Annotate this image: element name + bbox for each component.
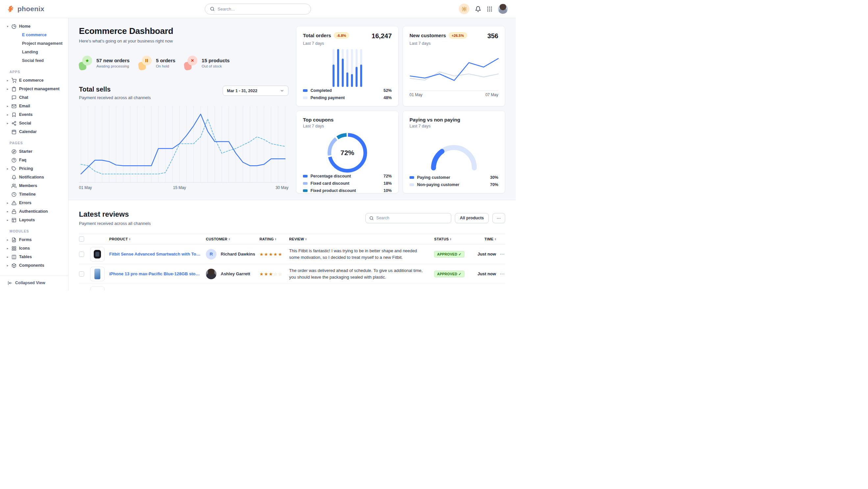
sidebar-item-events[interactable]: ▸Events (0, 110, 68, 119)
columns-icon (11, 254, 17, 259)
sort-icon: ▴▾ (495, 238, 496, 241)
sidebar-item-tables[interactable]: ▸Tables (0, 253, 68, 261)
row-checkbox[interactable] (79, 252, 84, 257)
sidebar-item-project-management[interactable]: ▸Project management (0, 85, 68, 93)
sidebar-subitem-e-commerce[interactable]: E commerce (0, 31, 68, 39)
column-header-rating[interactable]: RATING▴▾ (259, 237, 289, 241)
review-time: Just now (474, 252, 499, 257)
user-avatar[interactable] (498, 4, 508, 14)
card-title: Total orders (303, 33, 331, 38)
stat-value: 5 orders (156, 58, 175, 63)
sidebar-item-layouts[interactable]: ▸Layouts (0, 216, 68, 224)
sort-icon: ▴▾ (450, 238, 451, 241)
global-search-input[interactable] (218, 7, 306, 11)
sidebar-item-icons[interactable]: ▸Icons (0, 244, 68, 253)
order-bar-fill (342, 59, 344, 87)
column-header-product[interactable]: PRODUCT▴▾ (109, 237, 206, 241)
sidebar-item-timeline[interactable]: Timeline (0, 190, 68, 199)
date-range-select[interactable]: Mar 1 - 31, 2022 (223, 86, 288, 96)
stat-text: 57 new ordersAwating processing (96, 58, 130, 68)
customer-avatar[interactable]: A (206, 269, 216, 279)
product-link[interactable]: iPhone 13 pro max-Pacific Blue-128GB sto… (109, 271, 206, 276)
sidebar-item-label: Members (19, 183, 37, 188)
apps-grid-icon[interactable] (487, 6, 492, 12)
legend-value: 52% (383, 88, 392, 93)
legend-value: 18% (383, 181, 392, 186)
new-customers-card: New customers +26.5% 356 Last 7 days 01 … (403, 26, 505, 106)
sidebar-item-calendar[interactable]: Calendar (0, 127, 68, 136)
theme-toggle-sun-icon[interactable] (459, 4, 469, 14)
reviews-search[interactable] (365, 213, 451, 223)
sidebar-item-faq[interactable]: Faq (0, 156, 68, 164)
sidebar-subitem-landing[interactable]: Landing (0, 48, 68, 56)
notifications-bell-icon[interactable] (475, 6, 481, 12)
sidebar-subitem-project-management[interactable]: Project management (0, 39, 68, 48)
layout-icon (11, 217, 17, 223)
order-bar-fill (337, 49, 339, 87)
sidebar-item-pricing[interactable]: ▸Pricing (0, 164, 68, 173)
sidebar-item-components[interactable]: ▸Components (0, 261, 68, 270)
select-all-checkbox[interactable] (79, 236, 84, 242)
sidebar-item-authentication[interactable]: ▸Authentication (0, 207, 68, 216)
sidebar-item-notifications[interactable]: Notifications (0, 173, 68, 181)
legend-swatch (303, 89, 308, 92)
sidebar-item-social[interactable]: ▸Social (0, 119, 68, 127)
total-sells-subtitle: Payment received across all channels (79, 95, 151, 100)
clock-icon (11, 192, 17, 197)
review-text: This Fitbit is fantastic! I was trying t… (289, 248, 434, 260)
sidebar-item-chat[interactable]: Chat (0, 93, 68, 102)
sidebar-item-errors[interactable]: ▸Errors (0, 199, 68, 207)
sidebar-item-email[interactable]: ▸Email (0, 102, 68, 110)
top-navbar: phoenix (0, 0, 516, 18)
legend-swatch (303, 175, 308, 177)
sidebar-item-starter[interactable]: Starter (0, 147, 68, 156)
stat-caption: On hold (156, 64, 175, 68)
legend-item-fixed-card-discount: Fixed card discount18% (303, 180, 392, 187)
row-checkbox[interactable] (79, 271, 84, 277)
sidebar-subitem-social-feed[interactable]: Social feed (0, 56, 68, 65)
legend-label: Percentage discount (310, 174, 351, 178)
x-tick: 30 May (276, 185, 288, 190)
bell-icon (11, 175, 17, 180)
legend-swatch (303, 96, 308, 99)
legend-item-fixed-product-discount: Fixed product discount10% (303, 187, 392, 193)
total-orders-value: 16,247 (372, 32, 392, 40)
new-customers-value: 356 (488, 32, 498, 40)
page-title: Ecommerce Dashboard (79, 26, 288, 36)
mail-icon (11, 104, 17, 109)
global-search[interactable] (205, 4, 311, 15)
page-subtitle: Here's what's going on at your business … (79, 38, 288, 44)
sidebar-item-home[interactable]: ▾Home (0, 22, 68, 31)
customer-cell: RRichard Dawkins (206, 249, 259, 259)
column-header-time[interactable]: TIME▴▾ (474, 237, 499, 241)
column-header-status[interactable]: STATUS▴▾ (434, 237, 474, 241)
status-cell: APPROVED ✓ (434, 251, 474, 258)
phoenix-logo[interactable]: phoenix (0, 5, 68, 13)
sidebar-item-e-commerce[interactable]: ▸E commerce (0, 76, 68, 85)
sidebar-item-forms[interactable]: ▸Forms (0, 235, 68, 244)
row-menu-button[interactable]: ⋯ (499, 271, 505, 277)
column-header-customer[interactable]: CUSTOMER▴▾ (206, 237, 259, 241)
column-header-review[interactable]: REVIEW▴▾ (289, 237, 434, 241)
caret-right-icon: ▸ (7, 210, 11, 213)
collapsed-view-button[interactable]: Collapsed View (0, 276, 68, 290)
reviews-more-button[interactable]: ⋯ (492, 213, 505, 223)
legend-label: Fixed card discount (310, 181, 349, 186)
card-period: Last 7 days (296, 124, 398, 128)
bookmark-icon (11, 112, 17, 117)
x-glyph: ✕ (191, 59, 194, 63)
stat-badge (138, 56, 152, 70)
reviews-search-input[interactable] (376, 216, 447, 220)
lock-icon (11, 209, 17, 214)
stat-value: 15 products (202, 58, 229, 63)
customer-avatar[interactable]: R (206, 249, 216, 259)
sort-icon: ▴▾ (305, 238, 307, 241)
product-link[interactable]: Fitbit Sense Advanced Smartwatch with To… (109, 252, 206, 257)
card-title: Top coupons (303, 117, 334, 122)
all-products-button[interactable]: All products (455, 213, 489, 223)
status-cell: APPROVED ✓ (434, 271, 474, 277)
pie-chart-icon (11, 24, 17, 29)
row-menu-button[interactable]: ⋯ (499, 251, 505, 257)
stat-text: 5 ordersOn hold (156, 58, 175, 68)
sidebar-item-members[interactable]: Members (0, 181, 68, 190)
